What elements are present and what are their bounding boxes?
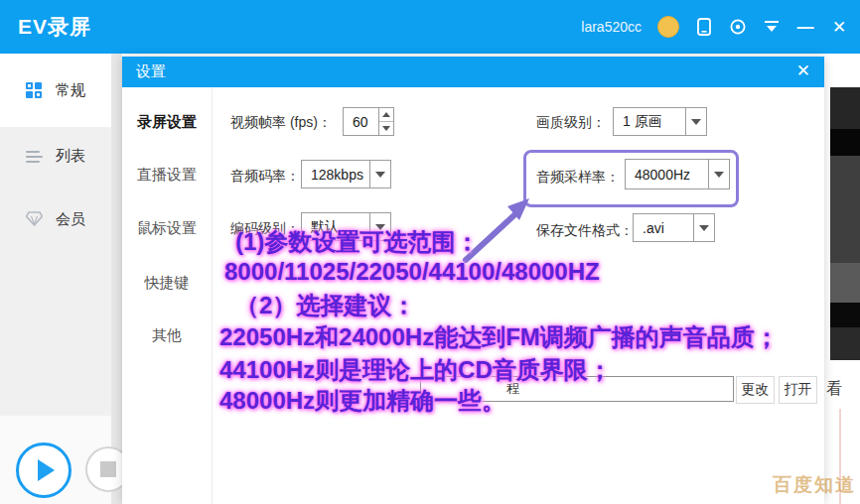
background-preview-strip — [830, 87, 860, 360]
play-icon — [38, 459, 55, 481]
list-icon — [26, 148, 44, 164]
play-button[interactable] — [16, 442, 72, 498]
phone-icon[interactable] — [695, 18, 713, 36]
app-logo: EV录屏 — [18, 13, 91, 41]
chevron-down-icon[interactable] — [369, 161, 390, 188]
minimize-icon[interactable]: — — [796, 18, 814, 36]
close-icon[interactable]: ✕ — [830, 18, 848, 36]
chevron-down-icon[interactable] — [708, 160, 729, 189]
watermark: 百度知道 — [773, 472, 856, 498]
username-label[interactable]: lara520cc — [581, 19, 642, 35]
collapse-tray-icon[interactable] — [763, 18, 781, 36]
open-path-button[interactable]: 打开 — [779, 376, 817, 404]
sidebar-item-member[interactable]: 会员 — [0, 194, 111, 244]
tab-hotkeys[interactable]: 快捷键 — [122, 274, 212, 293]
save-format-label: 保存文件格式： — [536, 222, 634, 240]
titlebar: EV录屏 lara520cc — ✕ — [0, 0, 860, 54]
sample-rate-label: 音频采样率： — [536, 169, 620, 187]
chevron-down-icon[interactable] — [369, 213, 390, 240]
settings-dialog: 设置 ✕ 录屏设置 直播设置 鼠标设置 快捷键 其他 视频帧率 (fps)： 6… — [122, 57, 824, 504]
sidebar: 常规 列表 会员 — [0, 54, 111, 504]
member-icon — [26, 211, 44, 227]
dialog-close-icon[interactable]: ✕ — [796, 62, 810, 81]
settings-gear-icon[interactable] — [729, 18, 747, 36]
tab-record-settings[interactable]: 录屏设置 — [122, 113, 212, 132]
menu-divider — [212, 87, 213, 504]
chevron-down-icon[interactable] — [685, 108, 706, 135]
audio-bitrate-dropdown[interactable]: 128kbps — [301, 160, 391, 189]
user-avatar[interactable] — [657, 16, 679, 38]
tab-other[interactable]: 其他 — [122, 326, 212, 345]
dialog-title: 设置 — [136, 63, 166, 81]
tab-mouse-settings[interactable]: 鼠标设置 — [122, 219, 212, 238]
save-format-dropdown[interactable]: .avi — [633, 213, 715, 242]
window-background — [111, 54, 122, 504]
background-text-fragment: 看 — [826, 375, 856, 407]
sidebar-item-general[interactable]: 常规 — [0, 54, 111, 127]
fps-label: 视频帧率 (fps)： — [230, 114, 332, 132]
app-window: 看 EV录屏 lara520cc — ✕ 常规 列表 — [0, 0, 860, 504]
audio-bitrate-label: 音频码率： — [230, 168, 300, 186]
quality-dropdown[interactable]: 1 原画 — [613, 107, 707, 136]
sidebar-item-list[interactable]: 列表 — [0, 131, 111, 181]
chevron-down-icon[interactable] — [693, 214, 714, 241]
grid-icon — [26, 82, 44, 98]
dialog-header: 设置 ✕ — [122, 57, 824, 87]
sample-rate-dropdown[interactable]: 48000Hz — [625, 159, 730, 189]
encode-level-dropdown[interactable]: 默认 — [301, 212, 391, 241]
tab-live-settings[interactable]: 直播设置 — [122, 166, 212, 185]
save-path-input[interactable]: 程 — [420, 376, 734, 402]
fps-stepper[interactable]: 60 — [343, 107, 394, 136]
change-path-button[interactable]: 更改 — [736, 376, 775, 404]
quality-label: 画质级别： — [536, 114, 606, 132]
encode-level-label: 编码级别： — [230, 220, 300, 238]
titlebar-controls: lara520cc — ✕ — [581, 0, 848, 54]
stop-icon — [100, 461, 116, 477]
fps-spin-buttons[interactable] — [378, 108, 393, 135]
